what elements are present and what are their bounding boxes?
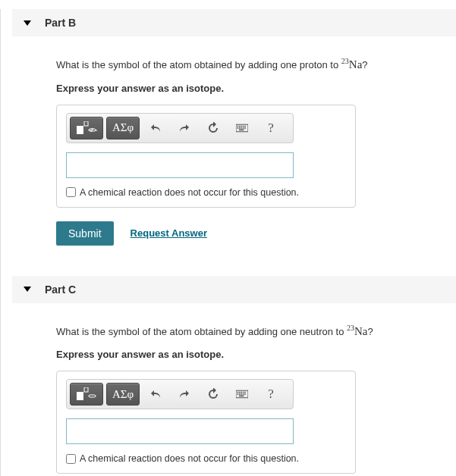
undo-icon[interactable]: [143, 117, 168, 139]
question-prefix: What is the symbol of the atom obtained …: [56, 59, 341, 70]
svg-rect-14: [77, 392, 83, 400]
keyboard-icon[interactable]: [229, 117, 255, 139]
svg-rect-24: [241, 393, 242, 395]
svg-rect-6: [243, 125, 244, 127]
chevron-down-icon: [24, 287, 31, 292]
no-reaction-label: A chemical reaction does not occur for t…: [80, 453, 299, 464]
undo-icon[interactable]: [143, 383, 168, 406]
svg-rect-12: [244, 127, 246, 129]
svg-rect-0: [77, 126, 83, 134]
instruction: Express your answer as an isotope.: [56, 349, 433, 360]
reset-icon[interactable]: [200, 383, 226, 406]
keyboard-icon[interactable]: [229, 383, 255, 406]
answer-input[interactable]: [66, 152, 294, 178]
part-header-b[interactable]: Part B: [12, 9, 456, 36]
svg-rect-8: [237, 127, 239, 129]
template-icon[interactable]: [70, 383, 103, 406]
question-text: What is the symbol of the atom obtained …: [56, 55, 433, 74]
svg-rect-19: [241, 392, 242, 393]
svg-rect-15: [84, 387, 88, 392]
svg-rect-18: [239, 392, 241, 393]
svg-rect-4: [239, 125, 241, 127]
submit-button[interactable]: Submit: [56, 221, 114, 246]
greek-letters-button[interactable]: ΑΣφ: [106, 117, 140, 139]
reset-icon[interactable]: [200, 117, 226, 139]
answer-editor: ΑΣφ ? A chemical reaction does not occ: [56, 371, 356, 474]
no-reaction-label: A chemical reaction does not occur for t…: [80, 187, 299, 198]
formula-toolbar: ΑΣφ ?: [66, 379, 294, 409]
question-prefix: What is the symbol of the atom obtained …: [56, 326, 347, 337]
answer-editor: ΑΣφ ? A chemical reaction does not occ: [56, 105, 356, 208]
chevron-down-icon: [24, 20, 31, 26]
svg-rect-3: [237, 125, 239, 127]
help-icon[interactable]: ?: [258, 383, 284, 406]
part-c-content: What is the symbol of the atom obtained …: [12, 322, 456, 477]
isotope-symbol: 23Na: [341, 58, 363, 70]
no-reaction-row[interactable]: A chemical reaction does not occur for t…: [66, 187, 346, 198]
template-icon[interactable]: [70, 117, 103, 139]
svg-rect-22: [237, 393, 239, 395]
svg-rect-25: [243, 393, 244, 395]
no-reaction-checkbox[interactable]: [66, 187, 76, 197]
redo-icon[interactable]: [171, 383, 197, 406]
part-title: Part C: [45, 283, 76, 296]
question-suffix: ?: [368, 326, 373, 337]
redo-icon[interactable]: [171, 117, 197, 139]
greek-letters-button[interactable]: ΑΣφ: [106, 383, 140, 406]
instruction: Express your answer as an isotope.: [56, 83, 433, 94]
svg-rect-21: [244, 392, 246, 393]
part-header-c[interactable]: Part C: [12, 276, 456, 303]
svg-rect-13: [239, 129, 244, 130]
page-container: Part B What is the symbol of the atom ob…: [0, 9, 456, 476]
svg-rect-7: [244, 125, 246, 127]
question-suffix: ?: [362, 59, 367, 70]
svg-rect-26: [244, 393, 246, 395]
svg-rect-20: [243, 392, 244, 393]
isotope-symbol: 23Na: [347, 325, 368, 337]
question-text: What is the symbol of the atom obtained …: [56, 322, 433, 340]
svg-rect-11: [243, 127, 244, 129]
svg-rect-1: [84, 121, 88, 126]
svg-rect-17: [237, 392, 239, 393]
svg-rect-27: [239, 396, 244, 397]
actions-row: Submit Request Answer: [56, 221, 433, 246]
svg-rect-9: [239, 127, 241, 129]
answer-input[interactable]: [66, 418, 294, 444]
no-reaction-checkbox[interactable]: [66, 454, 76, 464]
formula-toolbar: ΑΣφ ?: [66, 113, 294, 143]
help-icon[interactable]: ?: [258, 117, 284, 139]
no-reaction-row[interactable]: A chemical reaction does not occur for t…: [66, 453, 346, 464]
part-b-content: What is the symbol of the atom obtained …: [12, 55, 456, 246]
svg-rect-23: [239, 393, 241, 395]
request-answer-link[interactable]: Request Answer: [131, 227, 207, 239]
part-title: Part B: [45, 17, 76, 29]
svg-rect-10: [241, 127, 242, 129]
svg-rect-5: [241, 125, 242, 127]
